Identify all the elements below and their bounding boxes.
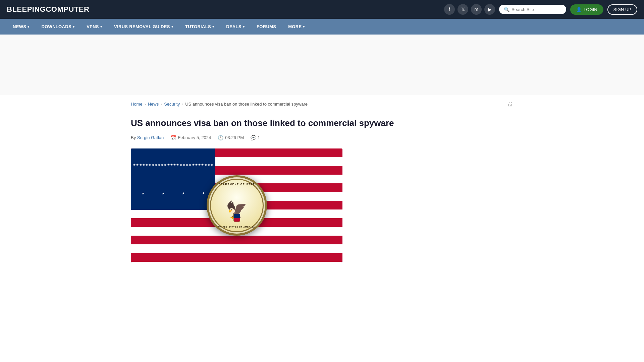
- main-container: Home › News › Security › US announces vi…: [124, 95, 520, 262]
- clock-icon: 🕐: [218, 135, 223, 140]
- breadcrumb-home[interactable]: Home: [131, 102, 143, 107]
- breadcrumb: Home › News › Security › US announces vi…: [131, 102, 513, 112]
- signup-button[interactable]: SIGN UP: [607, 4, 637, 15]
- seal-text-top: DEPARTMENT OF STATE: [216, 183, 257, 185]
- article-time: 03:26 PM: [225, 135, 244, 140]
- social-icons: f 𝕏 m ▶: [444, 4, 495, 15]
- date-item: 📅 February 5, 2024: [170, 135, 211, 140]
- chevron-down-icon: ▾: [100, 25, 102, 28]
- search-box: 🔍: [499, 5, 566, 14]
- seal-inner: DEPARTMENT OF STATE 🦅 UNITED STATES OF A…: [210, 179, 264, 232]
- nav-tutorials[interactable]: TUTORIALS ▾: [179, 19, 220, 35]
- comments-item[interactable]: 💬 1: [251, 135, 260, 140]
- breadcrumb-sep-1: ›: [145, 102, 146, 107]
- advertisement-area: [0, 35, 644, 95]
- department-of-state-seal: DEPARTMENT OF STATE 🦅 UNITED STATES OF A…: [207, 175, 267, 236]
- comments-count: 1: [258, 135, 260, 140]
- nav-news[interactable]: NEWS ▾: [7, 19, 36, 35]
- breadcrumb-sep-2: ›: [161, 102, 162, 107]
- twitter-icon[interactable]: 𝕏: [458, 4, 468, 15]
- nav-vpns[interactable]: VPNS ▾: [80, 19, 108, 35]
- header-right: f 𝕏 m ▶ 🔍 👤 LOGIN SIGN UP: [444, 4, 637, 15]
- nav-deals[interactable]: DEALS ▾: [220, 19, 251, 35]
- search-icon: 🔍: [504, 7, 509, 12]
- user-icon: 👤: [576, 7, 582, 12]
- nav-bar: NEWS ▾ DOWNLOADS ▾ VPNS ▾ VIRUS REMOVAL …: [0, 19, 644, 35]
- breadcrumb-security[interactable]: Security: [164, 102, 180, 107]
- breadcrumb-current: US announces visa ban on those linked to…: [185, 102, 308, 107]
- breadcrumb-news[interactable]: News: [148, 102, 159, 107]
- nav-more[interactable]: MORE ▾: [282, 19, 311, 35]
- chevron-down-icon: ▾: [243, 25, 245, 28]
- login-button[interactable]: 👤 LOGIN: [570, 4, 603, 15]
- flag-stars: ★★★★★★ ★★★★★★ ★★★★★★ ★★★★★★ ★★★★★★: [131, 148, 215, 210]
- by-label: By Sergiu Gatlan: [131, 135, 164, 140]
- article-title: US announces visa ban on those linked to…: [131, 118, 513, 129]
- comment-icon: 💬: [251, 135, 256, 140]
- breadcrumb-sep-3: ›: [182, 102, 183, 107]
- nav-downloads[interactable]: DOWNLOADS ▾: [36, 19, 81, 35]
- chevron-down-icon: ▾: [73, 25, 74, 28]
- chevron-down-icon: ▾: [212, 25, 214, 28]
- search-input[interactable]: [512, 7, 561, 12]
- nav-forums[interactable]: FORUMS: [251, 19, 282, 35]
- article-hero-image: ★★★★★★ ★★★★★★ ★★★★★★ ★★★★★★ ★★★★★★ DEPAR…: [131, 148, 342, 262]
- author-link[interactable]: Sergiu Gatlan: [137, 135, 164, 140]
- site-header: BLEEPINGCOMPUTER f 𝕏 m ▶ 🔍 👤 LOGIN SIGN …: [0, 0, 644, 19]
- time-item: 🕐 03:26 PM: [218, 135, 244, 140]
- print-icon[interactable]: 🖨: [507, 101, 513, 108]
- youtube-icon[interactable]: ▶: [484, 4, 495, 15]
- calendar-icon: 📅: [170, 135, 176, 140]
- seal-shield: [233, 214, 240, 222]
- article-date: February 5, 2024: [178, 135, 211, 140]
- seal-text-bottom: UNITED STATES OF AMERICA: [218, 226, 255, 228]
- chevron-down-icon: ▾: [171, 25, 173, 28]
- site-logo[interactable]: BLEEPINGCOMPUTER: [7, 5, 89, 14]
- chevron-down-icon: ▾: [28, 25, 29, 28]
- facebook-icon[interactable]: f: [444, 4, 455, 15]
- mastodon-icon[interactable]: m: [471, 4, 482, 15]
- chevron-down-icon: ▾: [303, 25, 305, 28]
- article-meta: By Sergiu Gatlan 📅 February 5, 2024 🕐 03…: [131, 135, 513, 140]
- nav-virus-removal[interactable]: VIRUS REMOVAL GUIDES ▾: [108, 19, 179, 35]
